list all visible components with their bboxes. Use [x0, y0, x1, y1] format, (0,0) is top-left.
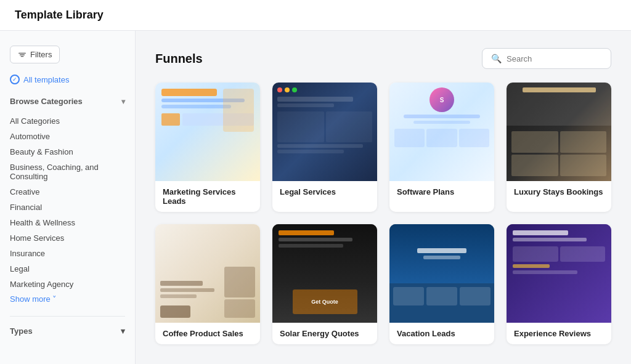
filters-label: Filters [30, 50, 52, 59]
template-card-experience-reviews[interactable]: Experience Reviews [507, 224, 611, 344]
template-thumbnail: Get Quote [272, 224, 377, 323]
all-templates-icon: ✓ [10, 75, 20, 84]
template-name: Solar Energy Quotes [272, 323, 377, 344]
category-item-health-wellness[interactable]: Health & Wellness [10, 215, 125, 230]
content-header: Funnels 🔍 [155, 48, 611, 69]
types-chevron-icon: ▾ [121, 326, 125, 336]
browse-categories-label: Browse Categories [10, 97, 83, 106]
template-name: Coffee Product Sales [155, 323, 260, 344]
template-name: Software Plans [389, 181, 494, 203]
category-item-marketing-agency[interactable]: Marketing Agency [10, 277, 125, 292]
show-more-button[interactable]: Show more ˅ [10, 294, 125, 304]
template-name: Luxury Stays Bookings [507, 181, 611, 203]
search-input[interactable] [507, 54, 602, 63]
sidebar: Filters ✓ All templates Browse Categorie… [0, 31, 136, 364]
template-card-software-plans[interactable]: S Software Plans [389, 83, 494, 212]
category-list: All Categories Automotive Beauty & Fashi… [10, 113, 125, 292]
filters-button[interactable]: Filters [10, 46, 60, 63]
all-templates-link[interactable]: ✓ All templates [10, 75, 125, 84]
category-item-creative[interactable]: Creative [10, 184, 125, 200]
template-thumbnail: S [389, 83, 494, 181]
category-item-beauty-fashion[interactable]: Beauty & Fashion [10, 144, 125, 160]
all-templates-label: All templates [23, 75, 69, 84]
chevron-down-icon: ▾ [121, 97, 125, 106]
category-item-business[interactable]: Business, Coaching, and Consulting [10, 160, 125, 184]
main-layout: Filters ✓ All templates Browse Categorie… [0, 31, 631, 364]
category-item-insurance[interactable]: Insurance [10, 246, 125, 261]
category-item-legal[interactable]: Legal [10, 261, 125, 277]
page-title: Funnels [155, 52, 203, 66]
category-item-automotive[interactable]: Automotive [10, 129, 125, 144]
app-title: Template Library [15, 9, 104, 21]
template-thumbnail [155, 224, 260, 323]
template-thumbnail [389, 224, 494, 323]
template-card-luxury-stays-bookings[interactable]: Luxury Stays Bookings [507, 83, 611, 212]
templates-grid: Marketing Services Leads [155, 83, 611, 344]
template-name: Marketing Services Leads [155, 181, 260, 212]
template-card-coffee-product-sales[interactable]: Coffee Product Sales [155, 224, 260, 344]
search-bar[interactable]: 🔍 [482, 48, 611, 69]
template-thumbnail [507, 224, 611, 323]
template-thumbnail [507, 83, 611, 181]
category-item-all[interactable]: All Categories [10, 113, 125, 129]
filters-icon [18, 51, 26, 59]
template-card-marketing-services-leads[interactable]: Marketing Services Leads [155, 83, 260, 212]
template-thumbnail [155, 83, 260, 181]
types-section-toggle[interactable]: Types ▾ [10, 316, 125, 336]
template-card-vacation-leads[interactable]: Vacation Leads [389, 224, 494, 344]
template-name: Vacation Leads [389, 323, 494, 344]
category-item-home-services[interactable]: Home Services [10, 230, 125, 246]
template-card-solar-energy-quotes[interactable]: Get Quote Solar Energy Quotes [272, 224, 377, 344]
template-card-legal-services[interactable]: Legal Services [272, 83, 377, 212]
template-thumbnail [272, 83, 377, 181]
search-icon: 🔍 [491, 54, 502, 63]
header: Template Library [0, 0, 631, 31]
browse-categories-toggle[interactable]: Browse Categories ▾ [10, 97, 125, 106]
content-area: Funnels 🔍 [136, 31, 631, 364]
template-name: Experience Reviews [507, 323, 611, 344]
category-item-financial[interactable]: Financial [10, 200, 125, 215]
template-name: Legal Services [272, 181, 377, 203]
types-label: Types [10, 326, 33, 336]
show-more-label: Show more ˅ [10, 294, 57, 304]
